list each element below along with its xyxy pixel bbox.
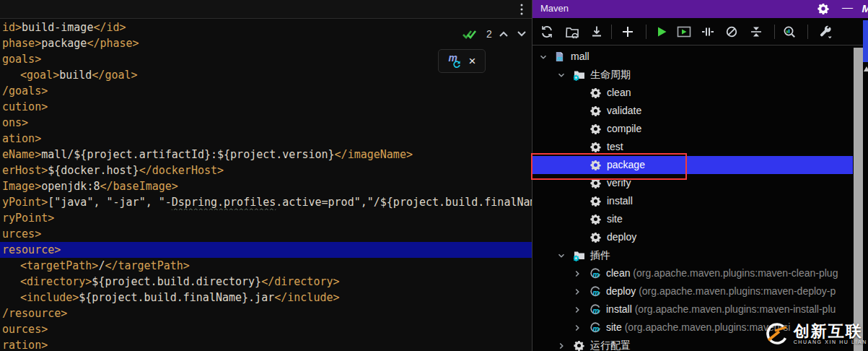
watermark-title: 创新互联 bbox=[794, 323, 863, 339]
code-segment: </imageName> bbox=[335, 148, 413, 161]
tree-item-subtext: (org.apache.maven.plugins:maven-deploy-p bbox=[636, 285, 836, 297]
generate-sources-folder-icon[interactable] bbox=[564, 23, 581, 40]
maven-plugin-icon bbox=[589, 268, 601, 280]
tree-row[interactable]: site bbox=[532, 210, 853, 228]
code-line[interactable]: yPoint>["java", "-jar", "-Dspring.profil… bbox=[2, 194, 532, 210]
tree-item-label: site bbox=[607, 210, 623, 228]
chevron-right-icon[interactable] bbox=[572, 287, 582, 297]
watermark-logo-icon bbox=[764, 321, 790, 347]
code-segment: </include> bbox=[274, 291, 339, 304]
tree-item-label: deploy bbox=[607, 228, 636, 246]
tree-row[interactable]: compile bbox=[532, 120, 853, 138]
tree-row[interactable]: deploy bbox=[532, 228, 853, 246]
code-line[interactable]: ration> bbox=[2, 337, 532, 351]
code-segment: Dspring.profiles bbox=[172, 196, 276, 209]
code-segment: erHost> bbox=[2, 164, 48, 177]
gear-icon bbox=[590, 87, 601, 98]
code-segment: build bbox=[59, 69, 92, 82]
code-line[interactable]: ation> bbox=[2, 131, 532, 147]
skip-tests-icon[interactable] bbox=[723, 23, 740, 40]
code-segment: <targetPath> bbox=[20, 259, 98, 272]
code-line[interactable]: erHost>${docker.host}</dockerHost> bbox=[2, 162, 532, 178]
truncated-letter: M bbox=[862, 2, 868, 14]
reload-all-icon[interactable] bbox=[538, 23, 556, 40]
panel-title: Maven bbox=[540, 3, 569, 14]
run-build-icon[interactable] bbox=[653, 23, 670, 40]
close-icon[interactable]: × bbox=[469, 55, 476, 67]
code-line[interactable]: /resource> bbox=[2, 306, 532, 321]
code-line[interactable]: resource> bbox=[0, 242, 532, 258]
code-segment: id> bbox=[2, 21, 22, 34]
maven-plugin-icon bbox=[589, 322, 601, 334]
code-line[interactable]: cution> bbox=[2, 99, 532, 115]
maven-reload-icon[interactable]: m bbox=[448, 54, 461, 69]
chevron-down-icon[interactable] bbox=[556, 251, 566, 261]
run-configuration-icon[interactable] bbox=[675, 23, 693, 40]
tree-item-label: install bbox=[607, 192, 633, 210]
download-sources-icon[interactable] bbox=[588, 23, 605, 40]
tree-row[interactable]: 插件 bbox=[532, 246, 853, 264]
chevron-right-icon[interactable] bbox=[556, 341, 566, 351]
tree-item-label: validate bbox=[607, 102, 641, 120]
maven-tree: mall生命周期cleanvalidatecompiletestpackagev… bbox=[532, 48, 853, 351]
chevron-right-icon[interactable] bbox=[572, 323, 582, 333]
analyze-dependencies-icon[interactable] bbox=[781, 23, 798, 40]
maven-header: Maven — M bbox=[532, 0, 868, 18]
code-line[interactable]: id>build-image</id> bbox=[2, 20, 532, 35]
chevron-right-icon[interactable] bbox=[572, 305, 582, 315]
code-segment: phase> bbox=[2, 37, 41, 50]
code-segment: </dockerHost> bbox=[139, 164, 224, 177]
code-segment: <directory> bbox=[20, 275, 92, 288]
scrollbar[interactable] bbox=[854, 48, 863, 351]
chevron-up-icon[interactable] bbox=[497, 28, 510, 40]
maven-project-icon bbox=[554, 51, 565, 62]
code-line[interactable]: <include>${project.build.finalName}.jar<… bbox=[2, 290, 532, 306]
tree-row[interactable]: deploy (org.apache.maven.plugins:maven-d… bbox=[532, 282, 853, 300]
collapse-all-icon[interactable] bbox=[748, 23, 765, 40]
code-segment: ryPoint> bbox=[2, 212, 54, 225]
add-maven-project-icon[interactable] bbox=[619, 23, 636, 40]
chevron-down-icon[interactable] bbox=[556, 70, 566, 80]
code-line[interactable]: /goals> bbox=[2, 83, 532, 99]
code-line[interactable]: eName>mall/${project.artifactId}:${proje… bbox=[2, 147, 532, 162]
code-line[interactable]: ons> bbox=[2, 115, 532, 131]
code-line[interactable]: Image>openjdk:8</baseImage> bbox=[2, 178, 532, 194]
tree-item-label: install (org.apache.maven.plugins:maven-… bbox=[606, 300, 836, 318]
code-segment: </targetPath> bbox=[105, 259, 189, 272]
chevron-right-icon[interactable] bbox=[572, 269, 582, 279]
tree-item-label: clean (org.apache.maven.plugins:maven-cl… bbox=[606, 264, 838, 282]
inspections-widget[interactable]: 2 bbox=[462, 26, 528, 42]
code-segment: </phase> bbox=[87, 37, 139, 50]
code-segment: ons> bbox=[2, 116, 28, 129]
tree-row[interactable]: clean (org.apache.maven.plugins:maven-cl… bbox=[532, 264, 853, 282]
minimize-icon[interactable]: — bbox=[842, 1, 853, 13]
chevron-down-icon[interactable] bbox=[538, 52, 548, 62]
tree-row[interactable]: validate bbox=[532, 102, 853, 120]
code-line[interactable]: <directory>${project.build.directory}</d… bbox=[2, 274, 532, 290]
code-line[interactable]: urces> bbox=[2, 226, 532, 242]
code-segment: </baseImage> bbox=[100, 180, 177, 193]
tree-row[interactable]: 生命周期 bbox=[532, 66, 853, 84]
chevron-down-icon[interactable] bbox=[515, 28, 528, 40]
execute-goal-icon[interactable] bbox=[699, 23, 716, 40]
tree-row[interactable]: install bbox=[532, 192, 853, 210]
code-segment: ${project.build.finalName}.jar bbox=[79, 291, 274, 304]
code-line[interactable]: ources> bbox=[2, 321, 532, 337]
code-line[interactable]: <targetPath>/</targetPath> bbox=[2, 258, 532, 274]
editor-tab-bar bbox=[0, 0, 532, 19]
gear-icon bbox=[590, 124, 601, 134]
tree-item-label: 插件 bbox=[590, 246, 610, 264]
code-segment: /resource> bbox=[2, 307, 67, 320]
code-segment: /goals> bbox=[2, 84, 48, 98]
maven-plugin-icon bbox=[589, 286, 601, 298]
code-segment: package bbox=[41, 37, 87, 50]
code-segment: ${docker.host} bbox=[48, 164, 139, 177]
gear-icon[interactable] bbox=[817, 3, 829, 17]
tree-row[interactable]: mall bbox=[532, 48, 853, 66]
code-segment: ${project.build.directory} bbox=[92, 275, 261, 288]
tree-row[interactable]: install (org.apache.maven.plugins:maven-… bbox=[532, 300, 853, 318]
kebab-menu-icon[interactable] bbox=[514, 1, 530, 17]
tree-row[interactable]: clean bbox=[532, 84, 853, 102]
maven-settings-icon[interactable] bbox=[817, 23, 834, 40]
code-line[interactable]: ryPoint> bbox=[2, 210, 532, 226]
